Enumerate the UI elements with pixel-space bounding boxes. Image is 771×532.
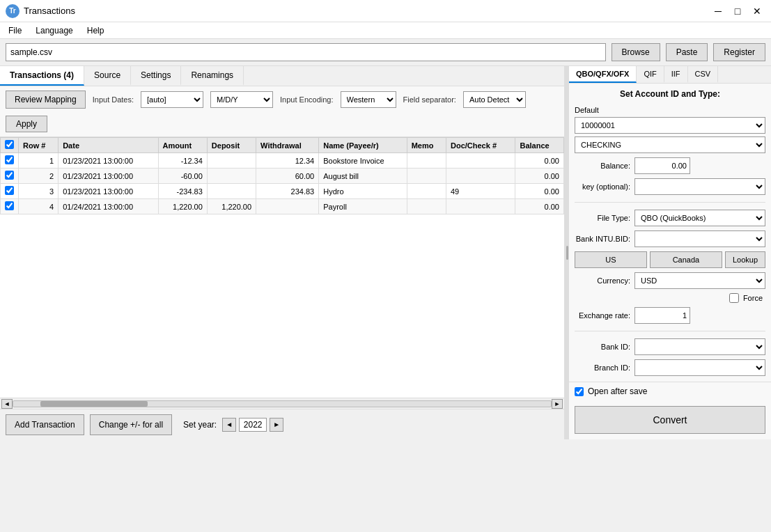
exchange-rate-input[interactable]	[634, 307, 690, 324]
col-name: Name (Payee/r)	[319, 138, 407, 153]
title-bar-left: Tr Transactions	[6, 4, 75, 18]
row-date-cell: 01/24/2021 13:00:00	[59, 199, 158, 214]
tab-settings[interactable]: Settings	[131, 66, 181, 86]
menu-help[interactable]: Help	[84, 24, 107, 37]
review-mapping-button[interactable]: Review Mapping	[6, 91, 86, 109]
dates-select[interactable]: M/D/Y	[210, 91, 273, 108]
register-button[interactable]: Register	[713, 43, 765, 61]
scrollbar-thumb[interactable]	[40, 401, 148, 407]
select-all-checkbox[interactable]	[5, 140, 14, 149]
scroll-left-button[interactable]: ◄	[1, 399, 13, 409]
row-num-cell: 3	[19, 184, 59, 199]
currency-row: Currency: USD	[575, 272, 765, 289]
row-checkbox-cell[interactable]	[1, 184, 19, 199]
encoding-select[interactable]: Western	[341, 91, 396, 108]
default-section: Default 10000001 CHECKING	[575, 106, 765, 153]
bank-intu-select[interactable]	[634, 230, 765, 247]
title-bar: Tr Transactions ─ □ ✕	[0, 0, 771, 22]
row-balance-cell: 0.00	[515, 169, 564, 184]
balance-input[interactable]	[634, 157, 690, 174]
bank-id-select[interactable]	[634, 338, 765, 355]
tab-source[interactable]: Source	[84, 66, 131, 86]
row-balance-cell: 0.00	[515, 153, 564, 169]
row-amount-cell: 1,220.00	[158, 199, 207, 214]
bank-id-row: Bank ID:	[575, 338, 765, 355]
branch-id-select[interactable]	[634, 359, 765, 376]
tab-iif[interactable]: IIF	[664, 66, 688, 83]
scrollbar-area[interactable]: ◄ ►	[0, 398, 564, 409]
tab-transactions[interactable]: Transactions (4)	[0, 66, 84, 86]
us-button[interactable]: US	[575, 251, 647, 268]
open-after-save-checkbox[interactable]	[575, 387, 584, 396]
branch-id-label: Branch ID:	[575, 363, 630, 372]
balance-row: Balance:	[575, 157, 765, 174]
row-checkbox-cell[interactable]	[1, 199, 19, 214]
change-for-all-button[interactable]: Change +/- for all	[90, 414, 172, 435]
row-deposit-cell	[207, 184, 256, 199]
year-prev-button[interactable]: ◄	[222, 418, 236, 432]
apply-button[interactable]: Apply	[6, 116, 47, 132]
content-area: Transactions (4) Source Settings Renamin…	[0, 66, 771, 439]
key-select[interactable]	[634, 178, 765, 195]
file-type-label: File Type:	[575, 214, 630, 222]
row-name-cell: Hydro	[319, 184, 407, 199]
key-row: key (optional):	[575, 178, 765, 195]
row-doccheck-cell: 49	[446, 184, 515, 199]
col-date: Date	[59, 138, 158, 153]
table-row: 3 01/23/2021 13:00:00 -234.83 234.83 Hyd…	[1, 184, 564, 199]
close-button[interactable]: ✕	[749, 4, 765, 18]
row-memo-cell	[407, 184, 446, 199]
menu-language[interactable]: Language	[33, 24, 75, 37]
tab-qif[interactable]: QIF	[637, 66, 664, 83]
row-deposit-cell	[207, 153, 256, 169]
row-checkbox-1[interactable]	[5, 171, 14, 180]
year-input[interactable]	[239, 418, 267, 432]
row-doccheck-cell	[446, 199, 515, 214]
tab-qbo[interactable]: QBO/QFX/OFX	[569, 66, 637, 83]
file-type-select[interactable]: QBO (QuickBooks)	[634, 210, 765, 226]
row-checkbox-cell[interactable]	[1, 153, 19, 169]
paste-button[interactable]: Paste	[666, 43, 708, 61]
row-checkbox-2[interactable]	[5, 186, 14, 195]
table-header-row: Row # Date Amount Deposit Withdrawal Nam…	[1, 138, 564, 153]
year-next-button[interactable]: ►	[270, 418, 283, 432]
file-type-row: File Type: QBO (QuickBooks)	[575, 210, 765, 226]
exchange-rate-row: Exchange rate:	[575, 307, 765, 324]
currency-select[interactable]: USD	[634, 272, 765, 289]
col-checkbox	[1, 138, 19, 153]
tab-csv[interactable]: CSV	[688, 66, 719, 83]
convert-area: Convert	[569, 400, 771, 439]
col-memo: Memo	[407, 138, 446, 153]
lookup-button[interactable]: Lookup	[725, 251, 765, 268]
row-checkbox-3[interactable]	[5, 201, 14, 210]
scroll-right-button[interactable]: ►	[552, 399, 563, 409]
canada-button[interactable]: Canada	[650, 251, 722, 268]
right-tabs: QBO/QFX/OFX QIF IIF CSV	[569, 66, 771, 84]
force-checkbox[interactable]	[729, 293, 739, 303]
set-year-label: Set year:	[183, 420, 217, 430]
tab-renamings[interactable]: Renamings	[181, 66, 244, 86]
row-checkbox-0[interactable]	[5, 155, 14, 164]
browse-button[interactable]: Browse	[612, 43, 660, 61]
convert-button[interactable]: Convert	[575, 406, 765, 434]
row-doccheck-cell	[446, 153, 515, 169]
app-icon: Tr	[6, 4, 20, 18]
row-checkbox-cell[interactable]	[1, 169, 19, 184]
bank-id-label: Bank ID:	[575, 343, 630, 351]
set-account-title: Set Account ID and Type:	[575, 89, 765, 99]
account-id-select[interactable]: 10000001	[575, 117, 765, 134]
col-row-num: Row #	[19, 138, 59, 153]
menu-file[interactable]: File	[6, 24, 24, 37]
bank-intu-row: Bank INTU.BID:	[575, 230, 765, 247]
file-input[interactable]	[6, 43, 606, 61]
auto-select[interactable]: [auto]	[141, 91, 203, 108]
maximize-button[interactable]: □	[729, 4, 746, 18]
row-num-cell: 4	[19, 199, 59, 214]
account-type-select[interactable]: CHECKING	[575, 136, 765, 153]
left-tabs: Transactions (4) Source Settings Renamin…	[0, 66, 564, 86]
minimize-button[interactable]: ─	[710, 4, 726, 18]
auto-detect-select[interactable]: Auto Detect	[463, 91, 526, 108]
row-withdrawal-cell: 60.00	[256, 169, 319, 184]
scrollbar-track[interactable]	[13, 400, 552, 407]
add-transaction-button[interactable]: Add Transaction	[6, 414, 84, 435]
